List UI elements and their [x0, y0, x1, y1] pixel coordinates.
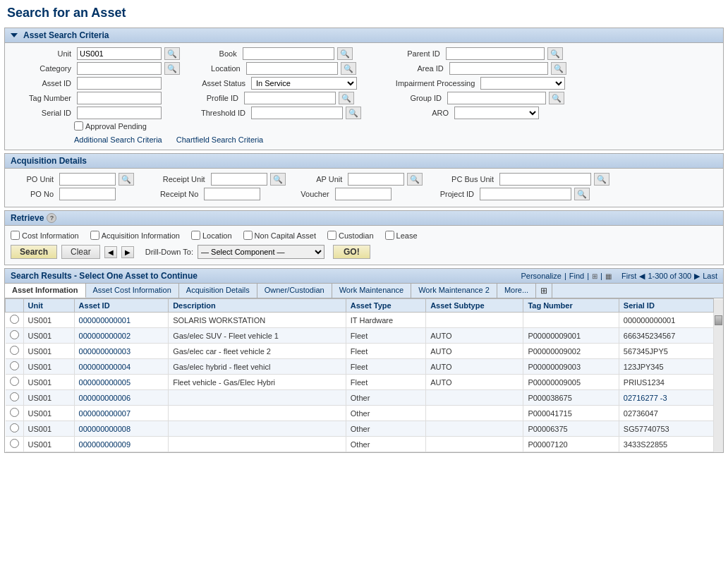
location-checkbox[interactable]	[191, 231, 200, 240]
po-unit-input[interactable]	[59, 173, 116, 186]
receipt-unit-input[interactable]	[211, 173, 267, 186]
collapse-icon[interactable]	[11, 33, 18, 37]
parent-id-search-icon[interactable]: 🔍	[547, 47, 563, 60]
row-radio-cell[interactable]	[6, 375, 24, 390]
group-id-input[interactable]	[447, 92, 546, 104]
project-id-search-icon[interactable]: 🔍	[574, 188, 590, 200]
tab-icon[interactable]: ⊞	[536, 284, 552, 298]
book-input[interactable]	[243, 47, 334, 60]
location-checkbox-label[interactable]: Location	[191, 231, 232, 240]
row-radio-cell[interactable]	[6, 406, 24, 421]
book-search-icon[interactable]: 🔍	[337, 47, 353, 60]
row-radio[interactable]	[10, 330, 19, 339]
row-radio-cell[interactable]	[6, 437, 24, 452]
last-label[interactable]: Last	[703, 272, 717, 280]
non-capital-checkbox[interactable]	[243, 231, 253, 240]
find-link[interactable]: Find	[569, 272, 584, 280]
lease-checkbox-label[interactable]: Lease	[385, 231, 418, 240]
row-radio[interactable]	[10, 392, 19, 401]
pc-bus-unit-search-icon[interactable]: 🔍	[594, 173, 609, 186]
tab-work-maintenance-2[interactable]: Work Maintenance 2	[411, 284, 497, 298]
th-tag-number[interactable]: Tag Number	[523, 299, 619, 313]
cost-info-checkbox[interactable]	[11, 231, 20, 240]
row-radio-cell[interactable]	[6, 421, 24, 437]
asset-status-select[interactable]: In Service Disposed Transferred Capitali…	[251, 77, 357, 90]
asset-id-input[interactable]	[77, 77, 162, 90]
row-radio[interactable]	[10, 423, 19, 432]
category-search-icon[interactable]: 🔍	[164, 62, 180, 75]
ap-unit-input[interactable]	[348, 173, 404, 186]
chartfield-search-link[interactable]: Chartfield Search Criteria	[176, 135, 264, 144]
unit-input[interactable]	[77, 47, 162, 60]
drill-down-select[interactable]: — Select Component —	[198, 245, 324, 259]
po-no-input[interactable]	[59, 188, 116, 200]
tab-asset-cost-information[interactable]: Asset Cost Information	[86, 284, 179, 298]
parent-id-input[interactable]	[446, 47, 545, 60]
row-radio[interactable]	[10, 361, 19, 370]
th-unit[interactable]: Unit	[23, 299, 74, 313]
area-id-input[interactable]	[449, 62, 548, 75]
location-input[interactable]	[246, 62, 338, 75]
row-radio-cell[interactable]	[6, 344, 24, 359]
tab-asset-information[interactable]: Asset Information	[5, 284, 86, 298]
tab-owner-custodian[interactable]: Owner/Custodian	[257, 284, 332, 298]
row-serial-id[interactable]: 02716277 -3	[619, 390, 713, 406]
retrieve-help-icon[interactable]: ?	[47, 213, 56, 223]
approval-pending-checkbox[interactable]	[74, 121, 83, 131]
th-serial-id[interactable]: Serial ID	[619, 299, 713, 313]
th-asset-subtype[interactable]: Asset Subtype	[426, 299, 523, 313]
voucher-input[interactable]	[335, 188, 392, 200]
acquisition-info-checkbox-label[interactable]: Acquisition Information	[90, 231, 180, 240]
receipt-unit-search-icon[interactable]: 🔍	[270, 173, 286, 186]
search-button[interactable]: Search	[11, 245, 57, 259]
non-capital-checkbox-label[interactable]: Non Capital Asset	[243, 231, 316, 240]
row-radio-cell[interactable]	[6, 328, 24, 344]
tab-more[interactable]: More...	[497, 284, 536, 298]
row-radio[interactable]	[10, 439, 19, 448]
row-asset-id[interactable]: 000000000004	[74, 359, 169, 375]
th-asset-type[interactable]: Asset Type	[346, 299, 425, 313]
row-asset-id[interactable]: 000000000007	[74, 406, 169, 421]
pc-bus-unit-input[interactable]	[499, 173, 591, 186]
row-radio-cell[interactable]	[6, 390, 24, 406]
next-page-icon[interactable]: ▶	[694, 272, 700, 281]
row-asset-id[interactable]: 000000000002	[74, 328, 169, 344]
ap-unit-search-icon[interactable]: 🔍	[407, 173, 423, 186]
cost-info-checkbox-label[interactable]: Cost Information	[11, 231, 79, 240]
row-radio[interactable]	[10, 377, 19, 386]
serial-id-input[interactable]	[77, 107, 162, 119]
lease-checkbox[interactable]	[385, 231, 394, 240]
row-asset-id[interactable]: 000000000008	[74, 421, 169, 437]
tag-number-input[interactable]	[77, 92, 162, 104]
custodian-checkbox-label[interactable]: Custodian	[327, 231, 374, 240]
nav-next-button[interactable]: ▶	[121, 246, 134, 258]
row-asset-id[interactable]: 000000000009	[74, 437, 169, 452]
location-search-icon[interactable]: 🔍	[341, 62, 356, 75]
tab-work-maintenance[interactable]: Work Maintenance	[332, 284, 412, 298]
profile-id-input[interactable]	[244, 92, 336, 104]
clear-button[interactable]: Clear	[61, 245, 100, 259]
po-unit-search-icon[interactable]: 🔍	[119, 173, 134, 186]
tab-acquisition-details[interactable]: Acquisition Details	[179, 284, 257, 298]
approval-pending-checkbox-label[interactable]: Approval Pending	[74, 121, 147, 131]
receipt-no-input[interactable]	[204, 188, 260, 200]
row-asset-id[interactable]: 000000000003	[74, 344, 169, 359]
row-asset-id[interactable]: 000000000005	[74, 375, 169, 390]
row-radio[interactable]	[10, 346, 19, 355]
impairment-select[interactable]: Yes No	[480, 77, 565, 90]
threshold-id-search-icon[interactable]: 🔍	[346, 107, 361, 119]
export-icon[interactable]: ⊞	[592, 272, 597, 280]
row-asset-id[interactable]: 000000000001	[74, 313, 169, 328]
acquisition-info-checkbox[interactable]	[90, 231, 99, 240]
grid-icon[interactable]: ▦	[605, 272, 612, 280]
prev-page-icon[interactable]: ◀	[639, 272, 645, 281]
row-radio[interactable]	[10, 315, 19, 324]
group-id-search-icon[interactable]: 🔍	[549, 92, 564, 104]
th-description[interactable]: Description	[169, 299, 346, 313]
aro-select[interactable]: Yes No	[454, 107, 539, 119]
project-id-input[interactable]	[480, 188, 571, 200]
area-id-search-icon[interactable]: 🔍	[551, 62, 566, 75]
nav-prev-button[interactable]: ◀	[104, 246, 117, 258]
row-radio[interactable]	[10, 408, 19, 417]
personalize-link[interactable]: Personalize	[521, 272, 561, 280]
